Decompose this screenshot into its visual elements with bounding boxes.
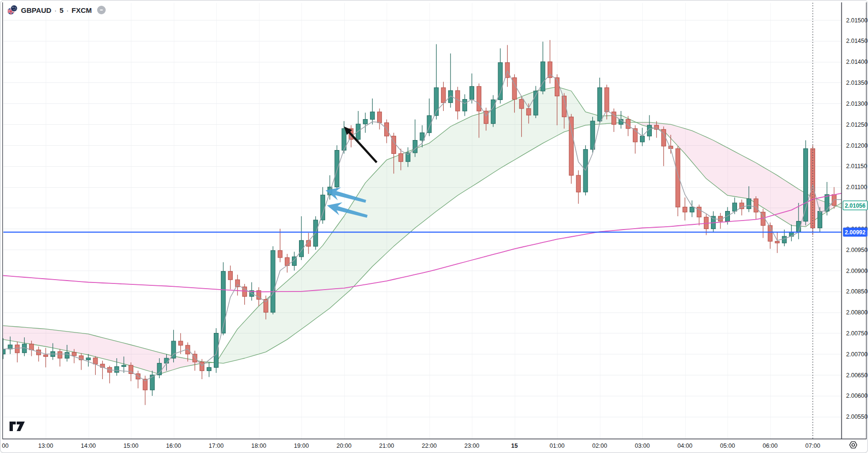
svg-text:05:00: 05:00 bbox=[720, 443, 735, 449]
symbol-legend[interactable]: GBPAUD · 5 · FXCM bbox=[7, 5, 106, 15]
svg-text:2.01150: 2.01150 bbox=[846, 163, 867, 170]
svg-text:2.00650: 2.00650 bbox=[846, 372, 868, 379]
svg-text:17:00: 17:00 bbox=[209, 443, 223, 449]
svg-text:2.01250: 2.01250 bbox=[846, 121, 868, 128]
svg-text:16:00: 16:00 bbox=[166, 443, 181, 449]
svg-text:2.00550: 2.00550 bbox=[846, 413, 868, 420]
svg-text:2.01450: 2.01450 bbox=[846, 38, 868, 44]
svg-text:2.00700: 2.00700 bbox=[846, 351, 868, 358]
svg-text:2.00992: 2.00992 bbox=[845, 229, 866, 236]
hide-symbol-button[interactable] bbox=[97, 6, 106, 14]
svg-text:21:00: 21:00 bbox=[379, 443, 394, 449]
svg-text:14:00: 14:00 bbox=[81, 443, 96, 449]
svg-text:2.00900: 2.00900 bbox=[846, 268, 868, 274]
svg-text:02:00: 02:00 bbox=[592, 443, 607, 449]
gbpaud-pair-flags-icon bbox=[7, 5, 18, 15]
svg-text:04:00: 04:00 bbox=[678, 443, 692, 449]
svg-text:00: 00 bbox=[2, 443, 9, 449]
svg-text:2.00750: 2.00750 bbox=[846, 330, 868, 337]
legend-separator: · bbox=[66, 6, 69, 14]
svg-text:2.00800: 2.00800 bbox=[846, 309, 868, 316]
symbol-interval[interactable]: 5 bbox=[60, 6, 63, 14]
svg-text:06:00: 06:00 bbox=[763, 443, 778, 449]
svg-text:2.01350: 2.01350 bbox=[846, 80, 868, 86]
svg-text:15:00: 15:00 bbox=[123, 443, 138, 449]
svg-text:2.01300: 2.01300 bbox=[846, 101, 868, 107]
legend-separator: · bbox=[54, 6, 57, 14]
chart-pane[interactable]: 2.015002.014502.014002.013502.013002.012… bbox=[0, 0, 868, 453]
svg-text:2.00950: 2.00950 bbox=[846, 247, 868, 253]
price-chart-canvas[interactable]: 2.015002.014502.014002.013502.013002.012… bbox=[0, 0, 868, 453]
svg-text:07:00: 07:00 bbox=[805, 443, 820, 449]
svg-text:18:00: 18:00 bbox=[251, 443, 266, 449]
svg-text:23:00: 23:00 bbox=[464, 443, 479, 449]
svg-text:2.00600: 2.00600 bbox=[846, 393, 868, 399]
svg-text:2.01200: 2.01200 bbox=[846, 142, 868, 149]
svg-text:2.01056: 2.01056 bbox=[845, 202, 866, 209]
svg-text:2.00850: 2.00850 bbox=[846, 288, 868, 295]
svg-text:2.01500: 2.01500 bbox=[846, 17, 868, 24]
svg-text:2.01100: 2.01100 bbox=[846, 184, 867, 191]
svg-text:2.01400: 2.01400 bbox=[846, 59, 868, 65]
svg-text:20:00: 20:00 bbox=[337, 443, 351, 449]
chart-widget: 2.015002.014502.014002.013502.013002.012… bbox=[0, 0, 868, 453]
alert-price-tag: 2.00992 bbox=[843, 228, 868, 237]
symbol-name[interactable]: GBPAUD bbox=[21, 6, 51, 14]
svg-text:03:00: 03:00 bbox=[635, 443, 649, 449]
svg-text:22:00: 22:00 bbox=[422, 443, 437, 449]
minus-icon bbox=[100, 10, 103, 11]
settings-gear-icon[interactable] bbox=[843, 439, 864, 451]
time-axis[interactable]: 0013:0014:0015:0016:0017:0018:0019:0020:… bbox=[2, 443, 820, 449]
svg-text:13:00: 13:00 bbox=[38, 443, 53, 449]
tradingview-logo[interactable] bbox=[9, 421, 25, 433]
svg-text:01:00: 01:00 bbox=[549, 443, 564, 449]
plot-area[interactable] bbox=[1, 3, 841, 439]
svg-text:15: 15 bbox=[511, 443, 518, 449]
price-axis[interactable]: 2.015002.014502.014002.013502.013002.012… bbox=[846, 17, 868, 421]
svg-text:19:00: 19:00 bbox=[294, 443, 309, 449]
current-price-tag: 2.01056 bbox=[843, 201, 868, 210]
symbol-exchange[interactable]: FXCM bbox=[71, 6, 92, 14]
